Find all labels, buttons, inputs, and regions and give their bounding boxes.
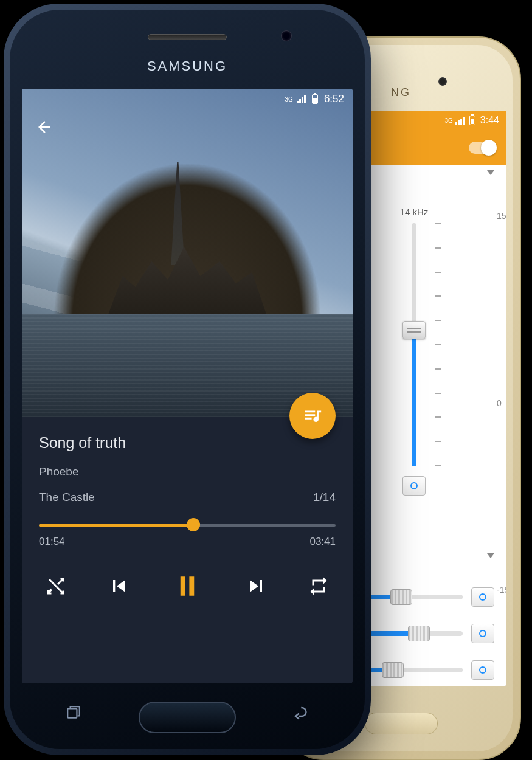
scale-mid: 0: [497, 398, 506, 408]
skip-next-icon: [244, 574, 268, 598]
next-button[interactable]: [244, 574, 268, 598]
eq-band: 14 kHz: [387, 207, 441, 496]
earpiece-speaker-icon: [148, 34, 227, 40]
network-label: 3G: [285, 96, 293, 103]
now-playing-panel: Song of truth Phoebe The Castle 1/14 01:…: [22, 417, 353, 683]
back-button[interactable]: [35, 118, 54, 139]
album-art: [22, 89, 353, 417]
dropdown-divider: [373, 179, 494, 179]
eq-band-label: 14 kHz: [400, 207, 429, 217]
elapsed-time: 01:54: [39, 536, 65, 548]
skip-previous-icon: [107, 574, 131, 598]
play-pause-button[interactable]: [171, 570, 204, 603]
eq-band-reset-button[interactable]: [402, 476, 426, 496]
eq-scale-labels: 15 0 -15: [497, 211, 506, 595]
status-bar: 3G 6:52: [22, 89, 353, 109]
front-camera-icon: [438, 77, 447, 86]
playlist-music-icon: [302, 406, 323, 426]
eq-band-slider[interactable]: [396, 223, 432, 466]
battery-icon: [469, 116, 475, 125]
shuffle-button[interactable]: [45, 575, 67, 597]
network-label: 3G: [445, 117, 453, 124]
phone-frame-primary: SAMSUNG 3G 6:52 Song of truth Phoebe The…: [4, 4, 371, 755]
scale-min: -15: [497, 585, 506, 595]
effect-reset-button[interactable]: [471, 587, 494, 607]
hardware-back-button[interactable]: [289, 703, 310, 725]
previous-button[interactable]: [107, 574, 131, 598]
playlist-fab-button[interactable]: [289, 393, 336, 439]
album-art-castle: [52, 162, 322, 320]
time-row: 01:54 03:41: [39, 536, 336, 548]
signal-icon: [455, 116, 465, 125]
screen-now-playing: 3G 6:52 Song of truth Phoebe The Castle …: [22, 89, 353, 683]
pause-icon: [171, 570, 204, 603]
artist-name: Phoebe: [39, 465, 336, 478]
svg-rect-0: [67, 709, 77, 718]
battery-icon: [312, 94, 318, 104]
shuffle-icon: [45, 575, 67, 597]
front-camera-icon: [281, 30, 292, 41]
clock-time: 3:44: [480, 115, 499, 126]
song-title: Song of truth: [39, 434, 336, 452]
back-icon: [289, 703, 310, 720]
album-name: The Castle: [39, 491, 95, 504]
recent-apps-icon: [64, 705, 83, 720]
playback-controls: [39, 570, 336, 621]
effect-reset-button[interactable]: [471, 624, 494, 643]
signal-icon: [297, 95, 306, 103]
home-button[interactable]: [139, 702, 236, 733]
eq-power-toggle[interactable]: [469, 142, 496, 154]
scale-max: 15: [497, 211, 506, 221]
repeat-button[interactable]: [308, 575, 330, 597]
phone-brand-label: SAMSUNG: [4, 58, 371, 74]
recent-apps-button[interactable]: [64, 705, 83, 725]
repeat-icon: [308, 575, 330, 597]
seek-slider[interactable]: [39, 522, 336, 527]
effect-reset-button[interactable]: [471, 660, 494, 680]
home-button[interactable]: [365, 713, 438, 734]
clock-time: 6:52: [324, 93, 344, 105]
chevron-down-icon[interactable]: [487, 553, 494, 558]
chevron-down-icon[interactable]: [487, 170, 494, 175]
duration-time: 03:41: [309, 536, 336, 548]
track-position: 1/14: [313, 491, 336, 504]
